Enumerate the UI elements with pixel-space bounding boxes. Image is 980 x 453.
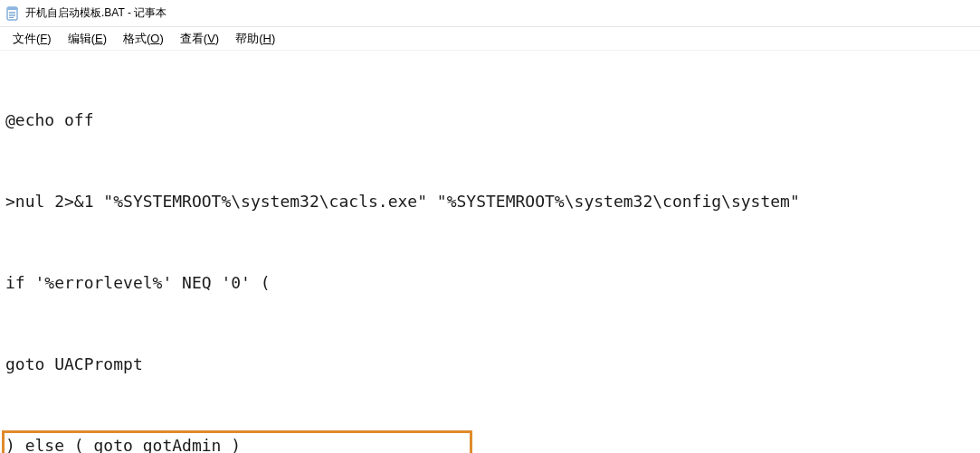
menubar: 文件(F) 编辑(E) 格式(O) 查看(V) 帮助(H) <box>0 27 980 51</box>
menu-file[interactable]: 文件(F) <box>5 29 59 49</box>
menu-edit[interactable]: 编辑(E) <box>61 29 114 49</box>
code-line: @echo off <box>5 107 975 134</box>
window-title: 开机自启动模板.BAT - 记事本 <box>25 5 167 21</box>
menu-help[interactable]: 帮助(H) <box>228 29 282 49</box>
menu-edit-label: 编辑 <box>68 32 91 45</box>
code-line: ) else ( goto gotAdmin ) <box>5 432 975 453</box>
menu-help-hotkey: H <box>263 32 271 45</box>
menu-file-label: 文件 <box>13 32 36 45</box>
menu-edit-hotkey: E <box>95 32 103 45</box>
code-line: if '%errorlevel%' NEQ '0' ( <box>5 269 975 297</box>
notepad-icon <box>5 6 20 21</box>
menu-view-label: 查看 <box>180 32 204 45</box>
menu-file-hotkey: F <box>40 32 47 45</box>
menu-format-label: 格式 <box>123 32 147 45</box>
titlebar: 开机自启动模板.BAT - 记事本 <box>0 0 980 27</box>
code-line: goto UACPrompt <box>5 351 975 378</box>
code-line: >nul 2>&1 "%SYSTEMROOT%\system32\cacls.e… <box>5 188 975 215</box>
svg-rect-1 <box>7 7 17 10</box>
menu-format-hotkey: O <box>150 32 159 45</box>
text-editor[interactable]: @echo off >nul 2>&1 "%SYSTEMROOT%\system… <box>0 51 980 453</box>
menu-format[interactable]: 格式(O) <box>116 29 171 49</box>
menu-help-label: 帮助 <box>235 32 259 45</box>
menu-view-hotkey: V <box>207 32 215 45</box>
menu-view[interactable]: 查看(V) <box>173 29 226 49</box>
